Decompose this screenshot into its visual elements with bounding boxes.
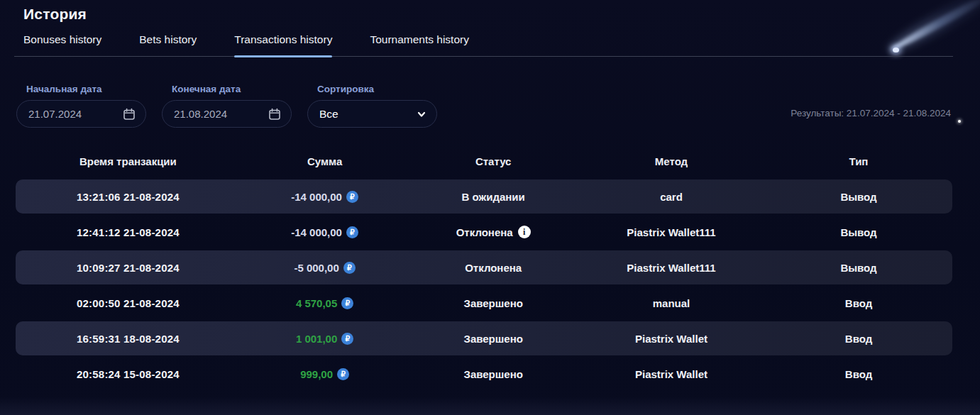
table-body: 13:21:06 21-08-2024 -14 000,00 ₽ В ожида… — [16, 179, 952, 391]
transaction-time: 02:00:50 21-08-2024 — [16, 297, 241, 309]
transaction-time: 12:41:12 21-08-2024 — [16, 226, 241, 238]
sort-selected-value: Все — [319, 108, 338, 121]
start-date-label: Начальная дата — [26, 84, 146, 94]
transactions-table: Время транзакции Сумма Статус Метод Тип … — [16, 145, 952, 392]
ruble-currency-icon: ₽ — [343, 262, 356, 274]
table-row: 20:58:24 15-08-2024 999,00 ₽ Завершено P… — [16, 357, 952, 391]
transaction-method: manual — [578, 297, 765, 309]
transaction-method: Piastrix Wallet111 — [578, 226, 765, 238]
transaction-amount: 1 001,00 — [296, 333, 337, 345]
transaction-time: 20:58:24 15-08-2024 — [16, 368, 241, 380]
page-title: История — [23, 6, 87, 23]
table-row: 12:41:12 21-08-2024 -14 000,00 ₽ Отклоне… — [16, 215, 952, 249]
transaction-amount: 999,00 — [300, 368, 333, 380]
end-date-label: Конечная дата — [172, 84, 292, 94]
transaction-amount: 4 570,05 — [296, 297, 337, 309]
column-header-status: Статус — [409, 155, 578, 167]
sort-label: Сортировка — [317, 84, 437, 94]
transaction-time: 13:21:06 21-08-2024 — [16, 191, 241, 203]
sort-select[interactable]: Все — [307, 100, 437, 128]
transaction-status: Завершено — [464, 333, 523, 345]
ruble-currency-icon: ₽ — [341, 333, 353, 345]
end-date-field: Конечная дата — [162, 84, 292, 128]
tab-bets-history[interactable]: Bets history — [139, 29, 197, 56]
tab-transactions-history[interactable]: Transactions history — [234, 29, 332, 56]
table-row: 16:59:31 18-08-2024 1 001,00 ₽ Завершено… — [16, 321, 952, 355]
column-header-amount: Сумма — [241, 155, 409, 167]
info-icon[interactable]: i — [518, 226, 531, 238]
transaction-method: card — [578, 191, 765, 203]
transaction-type: Вывод — [765, 191, 952, 203]
results-range-text: Результаты: 21.07.2024 - 21.08.2024 — [791, 108, 951, 118]
transaction-status: Отклонена — [456, 226, 513, 238]
ruble-currency-icon: ₽ — [341, 297, 353, 309]
transaction-time: 16:59:31 18-08-2024 — [16, 333, 241, 345]
transaction-status: В ожидании — [462, 191, 525, 203]
transaction-method: Piastrix Wallet111 — [578, 262, 765, 274]
bottom-glow-decoration — [0, 397, 980, 415]
ruble-currency-icon: ₽ — [337, 368, 349, 380]
start-date-field: Начальная дата — [16, 84, 146, 128]
transaction-status: Отклонена — [465, 262, 522, 274]
transaction-amount: -14 000,00 — [291, 191, 342, 203]
transaction-status: Завершено — [464, 297, 523, 309]
transaction-status: Завершено — [464, 368, 523, 380]
transaction-method: Piastrix Wallet — [578, 333, 765, 345]
transaction-type: Ввод — [765, 368, 952, 380]
table-row: 10:09:27 21-08-2024 -5 000,00 ₽ Отклонен… — [16, 250, 952, 284]
calendar-icon[interactable] — [123, 108, 136, 121]
sort-field: Сортировка Все — [307, 84, 437, 128]
table-row: 13:21:06 21-08-2024 -14 000,00 ₽ В ожида… — [16, 179, 952, 214]
column-header-type: Тип — [765, 155, 952, 167]
transaction-type: Вывод — [765, 262, 952, 274]
transaction-method: Piastrix Wallet — [578, 368, 765, 380]
column-header-time: Время транзакции — [16, 155, 241, 167]
table-header-row: Время транзакции Сумма Статус Метод Тип — [16, 145, 952, 177]
ruble-currency-icon: ₽ — [346, 226, 358, 238]
tab-bonuses-history[interactable]: Bonuses history — [23, 29, 101, 56]
transaction-type: Ввод — [765, 297, 952, 309]
history-tabs: Bonuses history Bets history Transaction… — [14, 29, 953, 57]
transaction-type: Ввод — [765, 333, 952, 345]
transaction-time: 10:09:27 21-08-2024 — [16, 262, 241, 274]
calendar-icon[interactable] — [268, 108, 281, 121]
transaction-amount: -5 000,00 — [294, 262, 338, 274]
tab-tournaments-history[interactable]: Tournaments history — [370, 29, 469, 56]
filters-bar: Начальная дата Конечная дата Сортировка — [0, 84, 980, 129]
transaction-amount: -14 000,00 — [291, 226, 342, 238]
transaction-type: Вывод — [765, 226, 952, 238]
ruble-currency-icon: ₽ — [346, 191, 358, 203]
table-row: 02:00:50 21-08-2024 4 570,05 ₽ Завершено… — [16, 286, 952, 320]
chevron-down-icon — [417, 109, 426, 119]
start-date-input[interactable] — [28, 108, 106, 120]
end-date-input[interactable] — [174, 108, 252, 120]
column-header-method: Метод — [578, 155, 765, 167]
